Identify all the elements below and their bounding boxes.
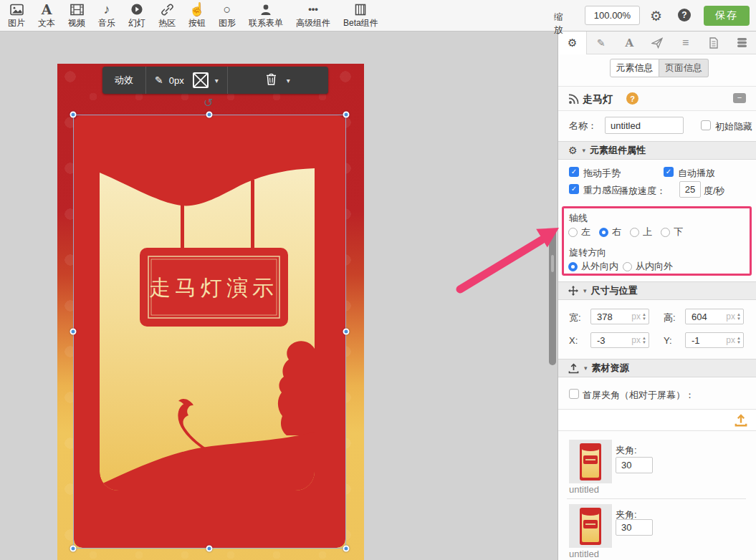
more-dots-icon: •••	[308, 2, 318, 16]
image-dropdown-caret-icon[interactable]: ▾	[215, 77, 219, 85]
x-field[interactable]: -3 px ▲▼	[590, 332, 649, 348]
toolbar-item-shape[interactable]: ○ 图形	[212, 0, 242, 29]
section-component-props[interactable]: ⚙ ▾ 元素组件属性	[558, 141, 756, 160]
autoplay-checkbox[interactable]: ✓	[664, 167, 674, 177]
menu-icon: ≡	[682, 36, 689, 50]
gravity-checkbox[interactable]: ✓	[569, 184, 579, 194]
toolbar-item-advanced[interactable]: ••• 高级组件	[290, 0, 337, 29]
collapse-panel-button[interactable]: −	[733, 93, 746, 103]
selection-handle-ne[interactable]	[343, 112, 350, 118]
trash-icon[interactable]	[266, 73, 277, 88]
zoom-label: 缩放	[554, 11, 563, 37]
rotate-handle-icon[interactable]: ↺	[204, 96, 213, 110]
panel-icon-tabs: ⚙ ✎ A ≡	[558, 32, 756, 54]
toolbar-item-video[interactable]: 视频	[62, 0, 92, 29]
asset-thumbnail[interactable]	[569, 440, 612, 483]
toolbar-item-image[interactable]: 图片	[1, 0, 32, 29]
asset-upload-row	[558, 409, 756, 431]
help-icon[interactable]: ?	[678, 9, 691, 21]
pencil-icon: ✎	[597, 36, 606, 50]
save-button[interactable]: 保存	[704, 6, 750, 26]
first-screen-angle-label: 首屏夹角（相对于屏幕）：	[583, 389, 694, 402]
toolbar-item-beta[interactable]: Beta组件	[337, 0, 385, 29]
panel-tab-list[interactable]: ≡	[671, 32, 699, 54]
width-stepper[interactable]: ▲▼	[642, 312, 646, 321]
drag-gesture-label: 拖动手势	[583, 167, 621, 180]
y-stepper[interactable]: ▲▼	[737, 336, 741, 344]
axis-option-left[interactable]: 左	[568, 226, 590, 238]
selection-handle-w[interactable]	[70, 329, 77, 335]
selection-handle-n[interactable]	[206, 112, 213, 118]
panel-tab-edit[interactable]: ✎	[587, 32, 615, 54]
angle-input[interactable]	[616, 519, 653, 536]
rotation-option-outside-in[interactable]: 从外向内	[568, 260, 618, 273]
radio-icon	[623, 262, 632, 271]
panel-tab-send[interactable]	[643, 32, 671, 54]
section-assets[interactable]: ▾ 素材资源	[558, 359, 756, 377]
axis-option-up[interactable]: 上	[630, 226, 652, 238]
stroke-pencil-icon[interactable]: ✎	[155, 74, 163, 86]
delete-segment: ▾	[228, 73, 328, 88]
tab-page-info[interactable]: 页面信息	[659, 59, 709, 77]
name-input[interactable]	[605, 117, 684, 134]
toolbar-item-text[interactable]: A 文本	[32, 0, 62, 29]
y-field[interactable]: -1 px ▲▼	[685, 332, 744, 348]
initial-hidden-label: 初始隐藏	[715, 120, 752, 133]
animation-effect-button[interactable]: 动效	[102, 74, 145, 87]
section-caret-icon: ▾	[583, 147, 586, 154]
text-icon: A	[42, 2, 52, 16]
height-field[interactable]: 604 px ▲▼	[685, 309, 744, 324]
gear-icon: ⚙	[568, 36, 577, 50]
toolbar-item-hotspot[interactable]: 热区	[152, 0, 182, 29]
asset-mini-card	[580, 443, 601, 481]
speed-input[interactable]	[679, 181, 701, 198]
toolbar-item-label: 高级组件	[296, 17, 330, 29]
asset-thumbnail[interactable]	[569, 504, 612, 548]
component-help-icon[interactable]: ?	[626, 92, 638, 105]
section-size-position[interactable]: ▾ 尺寸与位置	[558, 281, 756, 300]
toolbar-item-contact-form[interactable]: 联系表单	[242, 0, 290, 29]
toolbar-item-button[interactable]: ☝ 按钮	[182, 0, 212, 29]
x-stepper[interactable]: ▲▼	[642, 336, 646, 344]
angle-input[interactable]	[616, 457, 653, 473]
delete-dropdown-caret-icon[interactable]: ▾	[287, 77, 290, 85]
panel-tab-text[interactable]: A	[616, 32, 643, 54]
axis-option-right[interactable]: 右	[599, 226, 621, 238]
height-label: 高:	[664, 312, 676, 324]
drag-gesture-checkbox[interactable]: ✓	[569, 167, 579, 177]
selection-handle-sw[interactable]	[70, 546, 77, 552]
text-icon: A	[625, 36, 633, 50]
canvas-scrollbar[interactable]	[549, 229, 556, 365]
image-placeholder-icon[interactable]	[193, 72, 209, 88]
zoom-input[interactable]	[585, 6, 640, 25]
initial-hidden-checkbox[interactable]	[701, 120, 711, 130]
settings-gear-icon[interactable]: ⚙	[650, 8, 662, 24]
height-stepper[interactable]: ▲▼	[737, 312, 741, 321]
design-canvas[interactable]: 走马灯演示 ↺ 动效 ✎ 0px ▾ ▾	[0, 32, 558, 560]
radio-icon	[599, 228, 608, 237]
asset-name: untitled	[569, 549, 599, 559]
selection-handle-e[interactable]	[343, 329, 350, 335]
selection-handle-nw[interactable]	[70, 112, 77, 118]
speed-unit-label: 度/秒	[704, 185, 725, 198]
width-field[interactable]: 378 px ▲▼	[590, 309, 649, 324]
panel-tab-document[interactable]	[699, 32, 727, 54]
component-title: 走马灯	[583, 93, 613, 106]
section-caret-icon: ▾	[584, 365, 588, 372]
axis-option-down[interactable]: 下	[661, 226, 683, 238]
tab-element-info[interactable]: 元素信息	[610, 59, 659, 77]
upload-asset-icon[interactable]	[735, 414, 747, 430]
toolbar-item-label: 按钮	[188, 17, 206, 29]
toolbar-item-slideshow[interactable]: 幻灯	[122, 0, 152, 29]
marquee-card-element[interactable]: 走马灯演示	[74, 115, 345, 548]
panel-tab-layers[interactable]	[728, 32, 756, 54]
toolbar-item-label: Beta组件	[343, 17, 378, 29]
toolbar-item-label: 文本	[38, 17, 55, 29]
rotation-option-inside-out[interactable]: 从内向外	[623, 260, 673, 273]
selection-handle-se[interactable]	[343, 546, 350, 552]
selection-handle-s[interactable]	[206, 546, 213, 552]
first-screen-angle-checkbox[interactable]	[569, 389, 579, 399]
axis-label: 轴线	[569, 212, 588, 225]
toolbar-item-label: 幻灯	[128, 17, 145, 29]
toolbar-item-music[interactable]: ♪ 音乐	[92, 0, 122, 29]
